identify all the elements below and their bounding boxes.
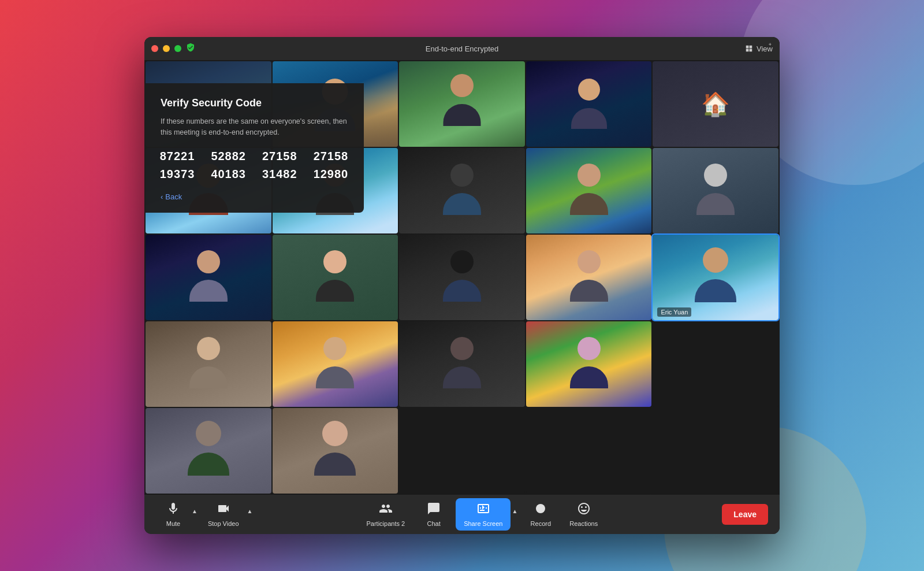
chat-label: Chat bbox=[427, 520, 441, 527]
video-group: Stop Video ▲ bbox=[201, 498, 254, 531]
maximize-button[interactable] bbox=[174, 45, 181, 52]
video-cell-3[interactable] bbox=[399, 61, 525, 147]
chat-button[interactable]: Chat bbox=[416, 498, 451, 531]
security-title: Verify Security Code bbox=[161, 97, 348, 109]
video-cell-15[interactable] bbox=[146, 321, 271, 407]
share-screen-label: Share Screen bbox=[464, 520, 502, 527]
share-screen-button[interactable]: Share Screen bbox=[456, 498, 511, 531]
toolbar-center: Participants 2 Chat Share S bbox=[254, 498, 710, 531]
share-screen-icon bbox=[476, 502, 490, 518]
code-8: 12980 bbox=[314, 168, 349, 181]
video-cell-5[interactable]: 🏠 bbox=[653, 61, 778, 147]
window-title: End-to-end Encrypted bbox=[426, 45, 498, 53]
toolbar-left: Mute ▲ Stop Video ▲ bbox=[156, 498, 254, 531]
code-4: 27158 bbox=[314, 150, 349, 163]
security-shield-icon bbox=[186, 43, 195, 54]
record-icon bbox=[534, 502, 547, 518]
reactions-add-icon: + bbox=[769, 42, 772, 47]
video-cell-9[interactable] bbox=[526, 148, 652, 233]
stop-video-button[interactable]: Stop Video bbox=[201, 498, 246, 531]
reactions-icon bbox=[577, 502, 591, 518]
security-codes: 87221 52882 27158 27158 19373 40183 3148… bbox=[161, 150, 348, 181]
video-cell-empty-2 bbox=[399, 408, 525, 494]
video-cell-14[interactable] bbox=[526, 235, 652, 320]
video-cell-20[interactable] bbox=[273, 408, 398, 494]
video-camera-icon bbox=[217, 502, 230, 518]
video-cell-13[interactable] bbox=[399, 235, 525, 320]
back-arrow-icon: ‹ bbox=[161, 192, 163, 201]
minimize-button[interactable] bbox=[163, 45, 170, 52]
reactions-label: Reactions bbox=[569, 520, 598, 527]
back-button[interactable]: ‹ Back bbox=[161, 192, 348, 201]
video-cell-17[interactable] bbox=[399, 321, 525, 407]
video-cell-16[interactable] bbox=[273, 321, 398, 407]
record-label: Record bbox=[531, 520, 551, 527]
video-cell-8[interactable] bbox=[399, 148, 525, 233]
video-cell-11[interactable] bbox=[146, 235, 271, 320]
video-cell-empty-3 bbox=[526, 408, 652, 494]
video-cell-18[interactable] bbox=[526, 321, 652, 407]
toolbar-right: Leave bbox=[710, 504, 768, 525]
code-row-1: 87221 52882 27158 27158 bbox=[161, 150, 348, 163]
participants-icon bbox=[379, 502, 393, 518]
leave-button[interactable]: Leave bbox=[722, 504, 768, 525]
eric-yuan-label: Eric Yuan bbox=[657, 307, 691, 317]
share-screen-group: Share Screen ▲ bbox=[456, 498, 519, 531]
code-row-2: 19373 40183 31482 12980 bbox=[161, 168, 348, 181]
close-button[interactable] bbox=[151, 45, 158, 52]
code-5: 19373 bbox=[160, 168, 195, 181]
code-1: 87221 bbox=[160, 150, 195, 163]
stop-video-label: Stop Video bbox=[208, 520, 239, 527]
code-7: 31482 bbox=[262, 168, 297, 181]
reactions-button[interactable]: Reactions + bbox=[562, 498, 605, 531]
video-cell-19[interactable] bbox=[146, 408, 271, 494]
participants-label: Participants 2 bbox=[366, 520, 405, 527]
toolbar: Mute ▲ Stop Video ▲ bbox=[144, 495, 780, 534]
mute-caret[interactable]: ▲ bbox=[191, 506, 199, 517]
app-window: End-to-end Encrypted View Verify Securit… bbox=[144, 37, 780, 534]
microphone-icon bbox=[166, 502, 180, 518]
mute-button[interactable]: Mute bbox=[156, 498, 191, 531]
share-caret[interactable]: ▲ bbox=[511, 506, 519, 517]
video-cell-12[interactable] bbox=[273, 235, 398, 320]
video-cell-empty-1 bbox=[653, 321, 778, 407]
security-overlay: Verify Security Code If these numbers ar… bbox=[144, 83, 364, 213]
mute-label: Mute bbox=[166, 520, 180, 527]
back-label: Back bbox=[165, 192, 182, 201]
participants-button[interactable]: Participants 2 bbox=[359, 498, 412, 531]
mute-group: Mute ▲ bbox=[156, 498, 199, 531]
video-cell-4[interactable] bbox=[526, 61, 652, 147]
chat-icon bbox=[427, 502, 441, 518]
code-6: 40183 bbox=[211, 168, 246, 181]
code-3: 27158 bbox=[262, 150, 297, 163]
security-description: If these numbers are the same on everyon… bbox=[161, 116, 348, 138]
video-cell-10[interactable] bbox=[653, 148, 778, 233]
code-2: 52882 bbox=[211, 150, 246, 163]
title-bar: End-to-end Encrypted View bbox=[144, 37, 780, 60]
video-cell-eric[interactable]: Eric Yuan bbox=[653, 235, 778, 320]
video-caret[interactable]: ▲ bbox=[246, 506, 254, 517]
svg-point-0 bbox=[536, 504, 545, 513]
window-controls bbox=[151, 45, 181, 52]
record-button[interactable]: Record bbox=[523, 498, 558, 531]
